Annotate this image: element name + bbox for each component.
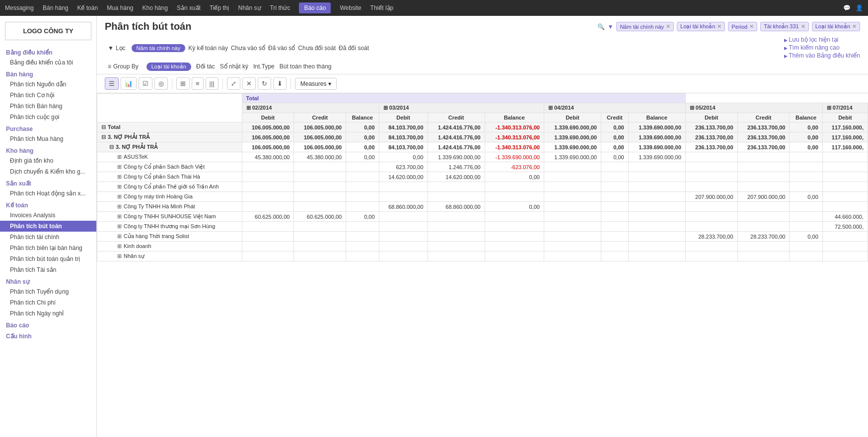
right-link-add[interactable]: Thêm vào Bảng điều khiển	[784, 52, 860, 59]
row-label-1: ⊟3. NỢ PHẢI TRẢ	[97, 132, 242, 142]
sidebar-item-phantichbienlai[interactable]: Phân tích biên lại bán hàng	[0, 243, 96, 253]
filter-tag-3[interactable]: Tài khoản 331 ✕	[760, 22, 809, 31]
right-link-search[interactable]: Tìm kiếm nâng cao	[784, 44, 860, 51]
nav-nhansu[interactable]: Nhân sự	[238, 4, 261, 11]
cell-1-02/2014-debit: 106.005.000,00	[242, 132, 294, 142]
download-button[interactable]: ⬇	[273, 77, 287, 90]
view-list-button[interactable]: ☰	[105, 77, 119, 90]
sidebar-item-phantichbutoan[interactable]: Phân tích bút toán	[0, 221, 96, 232]
sidebar-item-phantichhoatdong[interactable]: Phân tích Hoạt động sản x...	[0, 188, 96, 199]
sidebar-item-phantichmuahang[interactable]: Phân tích Mua hàng	[0, 133, 96, 144]
groupby-link-buttoanthang[interactable]: Bút toán theo tháng	[280, 63, 332, 70]
nav-trithuc[interactable]: Tri thức	[270, 4, 290, 11]
filter-pill-namtaichinh[interactable]: Năm tài chính này	[132, 44, 186, 52]
sidebar-item-phantichcoho[interactable]: Phân tích Cơ hội	[0, 90, 96, 101]
filter-tag-4[interactable]: Loại tài khoản ✕	[812, 22, 860, 31]
sidebar-item-phantichtuyendung[interactable]: Phân tích Tuyển dụng	[0, 286, 96, 297]
nav-muahang[interactable]: Mua hàng	[107, 4, 133, 11]
expand-button[interactable]: ⤢	[227, 77, 240, 90]
measures-button[interactable]: Measures ▾	[295, 78, 337, 90]
expand-icon-12[interactable]: ⊞	[117, 243, 122, 249]
filter-tag-1[interactable]: Loại tài khoản ✕	[677, 22, 725, 31]
filter-link-chuavaoso[interactable]: Chưa vào sổ	[231, 45, 265, 52]
col-sub-mar-credit: Credit	[428, 113, 485, 123]
expand-icon-0[interactable]: ⊟	[101, 124, 106, 130]
expand-icon-9[interactable]: ⊞	[117, 213, 122, 219]
groupby-pill-loaitaikhoan[interactable]: Loại tài khoản	[146, 62, 191, 71]
expand-icon-11[interactable]: ⊞	[117, 233, 122, 239]
expand-icon-6[interactable]: ⊞	[117, 184, 122, 189]
expand-may[interactable]: ⊞	[690, 105, 694, 111]
cell-2-02/2014-credit: 106.005.000,00	[294, 142, 346, 152]
filter-link-kyketo[interactable]: Kỳ kế toán này	[188, 45, 228, 52]
sidebar-item-phantichbutoanquantri[interactable]: Phân tích bút toán quản trị	[0, 253, 96, 264]
cell-7-04/2014-debit	[544, 192, 601, 202]
sidebar-item-phantichnguondan[interactable]: Phân tích Nguồn dẫn	[0, 79, 96, 90]
filter-tag-2-close[interactable]: ✕	[749, 23, 754, 30]
filter-button[interactable]: ▼ Lọc	[105, 44, 129, 53]
cell-8-05/2014-debit	[685, 202, 737, 212]
groupby-link-inttype[interactable]: Int.Type	[253, 63, 275, 70]
expand-icon-10[interactable]: ⊞	[117, 223, 122, 229]
filter-link-daidoisoat[interactable]: Đã đối soát	[339, 45, 369, 52]
user-icon[interactable]: 👤	[856, 4, 863, 11]
filter-bar: ▼ Lọc Năm tài chính này Kỳ kế toán này C…	[105, 36, 369, 60]
sidebar-item-dinhgiatongkho[interactable]: Định giá tồn kho	[0, 155, 96, 166]
filter-tag-2[interactable]: Period ✕	[728, 22, 757, 31]
nav-messaging[interactable]: Messaging	[5, 4, 34, 11]
sidebar-item-phantichchiphi[interactable]: Phân tích Chi phí	[0, 297, 96, 308]
expand-icon-4[interactable]: ⊞	[117, 164, 122, 170]
sidebar-item-bangdieukhiencuatoi[interactable]: Bảng điều khiển của tôi	[0, 57, 96, 68]
expand-jul[interactable]: ⊞	[827, 105, 831, 111]
expand-feb[interactable]: ⊞	[246, 105, 251, 111]
filter-tag-3-close[interactable]: ✕	[801, 23, 805, 30]
expand-icon-3[interactable]: ⊞	[117, 154, 122, 160]
filter-tag-4-close[interactable]: ✕	[852, 23, 857, 30]
view-grid-button[interactable]: ⊞	[176, 77, 190, 90]
filter-tag-1-close[interactable]: ✕	[717, 23, 722, 30]
sidebar-item-phantichtaisan[interactable]: Phân tích Tài sản	[0, 264, 96, 275]
expand-mar[interactable]: ⊞	[383, 105, 388, 111]
cell-8-05/2014-credit	[737, 202, 790, 212]
close-button[interactable]: ✕	[242, 77, 256, 90]
sidebar-item-phantichcuocgoi[interactable]: Phân tích cuộc gọi	[0, 112, 96, 123]
nav-ketoan[interactable]: Kế toán	[77, 4, 98, 11]
data-table-area[interactable]: Total ⊞ 02/2014 ⊞ 03/2014 ⊞ 0	[97, 93, 868, 437]
view-rows-button[interactable]: ≡	[192, 77, 204, 90]
sidebar-item-phantichbanhang[interactable]: Phân tích Bán hàng	[0, 101, 96, 112]
cell-11-04/2014-debit	[544, 232, 601, 242]
filter-tag-0[interactable]: Năm tài chính này ✕	[616, 22, 674, 31]
nav-thietlap[interactable]: Thiết lập	[370, 4, 394, 11]
nav-tiepthi[interactable]: Tiếp thị	[210, 4, 229, 11]
sidebar-item-invoicesanalysis[interactable]: Invoices Analysis	[0, 210, 96, 221]
expand-icon-1[interactable]: ⊟	[101, 134, 106, 140]
groupby-link-sonhatky[interactable]: Sổ nhật ký	[220, 63, 248, 70]
nav-khohang[interactable]: Kho hàng	[143, 4, 168, 11]
expand-icon-13[interactable]: ⊞	[117, 253, 122, 259]
nav-banhang[interactable]: Bán hàng	[43, 4, 68, 11]
sidebar-item-dichchuyen[interactable]: Dịch chuyển & Kiểm kho g...	[0, 166, 96, 177]
expand-icon-2[interactable]: ⊟	[109, 144, 114, 150]
groupby-button[interactable]: ≡ Group By	[105, 62, 142, 71]
view-circle-button[interactable]: ◎	[154, 77, 168, 90]
cell-7-02/2014-balance	[346, 192, 379, 202]
nav-baocao[interactable]: Báo cáo	[299, 2, 331, 13]
groupby-link-doitac[interactable]: Đối tác	[196, 63, 215, 70]
expand-icon-8[interactable]: ⊞	[117, 203, 122, 209]
view-check-button[interactable]: ☑	[139, 77, 152, 90]
refresh-button[interactable]: ↻	[258, 77, 271, 90]
expand-icon-7[interactable]: ⊞	[117, 193, 122, 199]
expand-apr[interactable]: ⊞	[548, 105, 553, 111]
view-chart-button[interactable]: 📊	[121, 77, 137, 90]
sidebar-item-phantichngaynghi[interactable]: Phân tích Ngày nghỉ	[0, 308, 96, 319]
filter-link-davaoso[interactable]: Đã vào sổ	[268, 45, 295, 52]
nav-website[interactable]: Website	[340, 4, 361, 11]
view-cols-button[interactable]: |||	[206, 77, 218, 90]
nav-sanxuat[interactable]: Sản xuất	[177, 4, 201, 11]
chat-icon[interactable]: 💬	[843, 4, 851, 11]
filter-tag-0-close[interactable]: ✕	[666, 23, 670, 30]
sidebar-item-phantichtaichinh[interactable]: Phân tích tài chính	[0, 232, 96, 243]
right-link-save[interactable]: Lưu bộ lọc hiện tại	[784, 36, 860, 43]
expand-icon-5[interactable]: ⊞	[117, 174, 122, 180]
filter-link-chuadoisoat[interactable]: Chưa đối soát	[298, 45, 336, 52]
